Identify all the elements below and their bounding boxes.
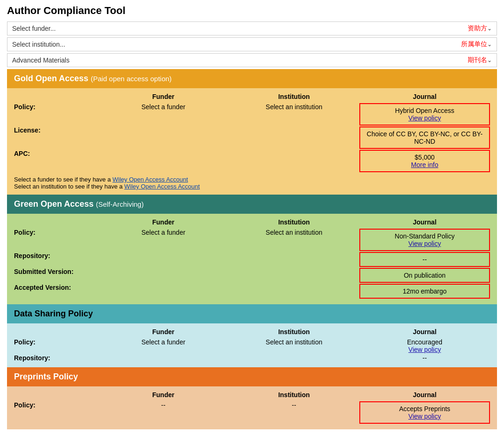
data-section: Data Sharing Policy Funder Institution J… xyxy=(7,304,497,367)
green-policy-label: Policy: xyxy=(14,229,98,236)
data-journal-box: Encouraged View policy xyxy=(359,338,490,353)
preprints-policy-row: Policy: -- -- Accepts Preprints View pol… xyxy=(14,401,490,424)
preprints-institution-value: -- xyxy=(229,401,359,409)
gold-footer2-link[interactable]: Wiley Open Access Account xyxy=(124,183,200,190)
green-institution-value: Select an institution xyxy=(229,229,359,236)
data-repo-journal: -- xyxy=(359,354,490,362)
gold-view-policy-link[interactable]: View policy xyxy=(408,114,441,122)
data-header-row: Funder Institution Journal xyxy=(14,328,490,336)
green-col-empty xyxy=(14,218,98,226)
green-subtitle: (Self-Archiving) xyxy=(96,200,144,208)
data-header: Data Sharing Policy xyxy=(7,304,497,323)
journal-dropdown[interactable]: Advanced Materials 期刊名 ⌄ xyxy=(7,53,497,67)
data-policy-label: Policy: xyxy=(14,338,98,346)
green-journal-header: Journal xyxy=(359,218,490,226)
gold-institution-header: Institution xyxy=(229,93,359,100)
preprints-section: Preprints Policy Funder Institution Jour… xyxy=(7,367,497,429)
data-institution-value: Select an institution xyxy=(229,338,359,346)
page-title: Author Compliance Tool xyxy=(7,5,497,17)
data-journal-header: Journal xyxy=(359,328,490,336)
preprints-view-policy-link[interactable]: View policy xyxy=(408,413,441,420)
green-accepted-journal: 12mo embargo xyxy=(359,284,490,299)
green-section: Green Open Access (Self-Archiving) Funde… xyxy=(7,195,497,304)
data-repository-label: Repository: xyxy=(14,354,98,362)
preprints-body: Funder Institution Journal Policy: -- --… xyxy=(7,386,497,429)
green-funder-value: Select a funder xyxy=(98,229,229,236)
institution-placeholder: Select institution... xyxy=(12,41,457,48)
gold-footer-line2: Select an institution to see if they hav… xyxy=(14,183,490,190)
preprints-journal-box: Accepts Preprints View policy xyxy=(359,401,490,424)
green-title: Green Open Access xyxy=(14,199,93,209)
gold-footer-line1: Select a funder to see if they have a Wi… xyxy=(14,176,490,183)
gold-policy-label: Policy: xyxy=(14,103,98,111)
gold-footer1-link[interactable]: Wiley Open Access Account xyxy=(112,176,188,183)
journal-annotation: 期刊名 xyxy=(468,56,487,64)
institution-chevron-icon: ⌄ xyxy=(487,41,492,48)
preprints-title: Preprints Policy xyxy=(14,372,78,381)
data-body: Funder Institution Journal Policy: Selec… xyxy=(7,323,497,367)
funder-placeholder: Select funder... xyxy=(12,25,464,32)
gold-journal-header: Journal xyxy=(359,93,490,100)
preprints-funder-header: Funder xyxy=(98,391,229,399)
preprints-funder-value: -- xyxy=(98,401,229,409)
data-journal-policy: Encouraged xyxy=(359,338,490,346)
gold-funder-header: Funder xyxy=(98,93,229,100)
gold-more-info-link[interactable]: More info xyxy=(411,161,438,168)
gold-footer1-text: Select a funder to see if they have a xyxy=(14,176,112,183)
green-repository-row: Repository: -- xyxy=(14,252,490,267)
green-submitted-row: Submitted Version: On publication xyxy=(14,268,490,283)
green-repo-journal: -- xyxy=(359,252,490,267)
green-header: Green Open Access (Self-Archiving) xyxy=(7,195,497,214)
gold-institution-value: Select an institution xyxy=(229,103,359,111)
green-view-policy-link[interactable]: View policy xyxy=(408,240,441,247)
green-policy-row: Policy: Select a funder Select an instit… xyxy=(14,229,490,251)
page-container: Author Compliance Tool Select funder... … xyxy=(0,0,504,434)
gold-policy-row: Policy: Select a funder Select an instit… xyxy=(14,103,490,126)
green-accepted-label: Accepted Version: xyxy=(14,284,98,291)
gold-license-journal: Choice of CC BY, CC BY-NC, or CC BY-NC-N… xyxy=(359,126,490,149)
green-funder-header: Funder xyxy=(98,218,229,226)
preprints-policy-label: Policy: xyxy=(14,401,98,409)
preprints-journal-policy: Accepts Preprints xyxy=(363,405,486,413)
green-repository-label: Repository: xyxy=(14,252,98,259)
data-funder-header: Funder xyxy=(98,328,229,336)
gold-footer2-text: Select an institution to see if they hav… xyxy=(14,183,124,190)
gold-header-row: Funder Institution Journal xyxy=(14,93,490,100)
gold-footer: Select a funder to see if they have a Wi… xyxy=(14,176,490,190)
data-view-policy-link[interactable]: View policy xyxy=(408,346,441,353)
preprints-journal-header: Journal xyxy=(359,391,490,399)
institution-dropdown[interactable]: Select institution... 所属单位 ⌄ xyxy=(7,37,497,51)
preprints-col-empty xyxy=(14,391,98,399)
gold-funder-value: Select a funder xyxy=(98,103,229,111)
preprints-header: Preprints Policy xyxy=(7,367,497,386)
gold-journal-box: Hybrid Open Access View policy xyxy=(359,103,490,126)
funder-chevron-icon: ⌄ xyxy=(487,25,492,32)
gold-license-row: License: Choice of CC BY, CC BY-NC, or C… xyxy=(14,126,490,149)
gold-license-label: License: xyxy=(14,126,98,134)
green-journal-policy: Non-Standard Policy xyxy=(363,232,486,240)
data-funder-value: Select a funder xyxy=(98,338,229,346)
data-institution-header: Institution xyxy=(229,328,359,336)
data-repository-row: Repository: -- xyxy=(14,354,490,362)
green-journal-box: Non-Standard Policy View policy xyxy=(359,229,490,251)
gold-subtitle: (Paid open access option) xyxy=(91,75,171,83)
gold-header: Gold Open Access (Paid open access optio… xyxy=(7,69,497,88)
gold-journal-policy: Hybrid Open Access xyxy=(363,107,486,114)
gold-apc-label: APC: xyxy=(14,150,98,157)
gold-section: Gold Open Access (Paid open access optio… xyxy=(7,69,497,195)
green-submitted-journal: On publication xyxy=(359,268,490,283)
gold-apc-row: APC: $5,000 More info xyxy=(14,150,490,172)
funder-dropdown[interactable]: Select funder... 资助方 ⌄ xyxy=(7,21,497,35)
funder-annotation: 资助方 xyxy=(468,24,487,33)
preprints-institution-header: Institution xyxy=(229,391,359,399)
journal-chevron-icon: ⌄ xyxy=(487,57,492,63)
gold-col-empty xyxy=(14,93,98,100)
green-submitted-label: Submitted Version: xyxy=(14,268,98,275)
green-body: Funder Institution Journal Policy: Selec… xyxy=(7,214,497,304)
green-accepted-row: Accepted Version: 12mo embargo xyxy=(14,284,490,299)
data-title: Data Sharing Policy xyxy=(14,309,93,318)
gold-apc-value: $5,000 More info xyxy=(359,150,490,172)
gold-title: Gold Open Access xyxy=(14,74,88,83)
journal-value: Advanced Materials xyxy=(12,56,464,64)
gold-body: Funder Institution Journal Policy: Selec… xyxy=(7,88,497,195)
